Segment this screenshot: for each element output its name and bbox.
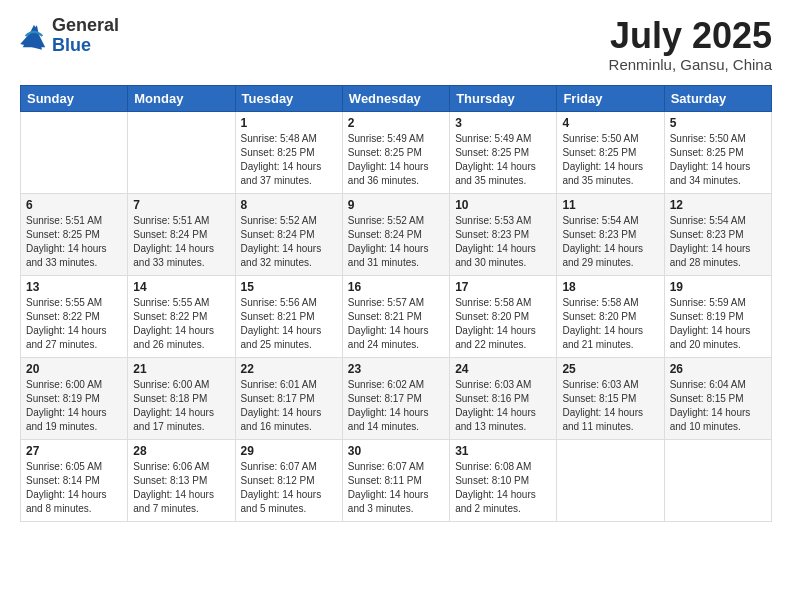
day-number: 17 [455, 280, 551, 294]
calendar-day-19: 19Sunrise: 5:59 AM Sunset: 8:19 PM Dayli… [664, 275, 771, 357]
calendar-empty-cell [664, 439, 771, 521]
day-info: Sunrise: 6:06 AM Sunset: 8:13 PM Dayligh… [133, 460, 229, 516]
month-title: July 2025 [609, 16, 772, 56]
day-info: Sunrise: 5:56 AM Sunset: 8:21 PM Dayligh… [241, 296, 337, 352]
day-info: Sunrise: 5:53 AM Sunset: 8:23 PM Dayligh… [455, 214, 551, 270]
day-info: Sunrise: 6:01 AM Sunset: 8:17 PM Dayligh… [241, 378, 337, 434]
calendar-day-22: 22Sunrise: 6:01 AM Sunset: 8:17 PM Dayli… [235, 357, 342, 439]
logo-blue: Blue [52, 36, 119, 56]
calendar-header-monday: Monday [128, 85, 235, 111]
calendar-day-30: 30Sunrise: 6:07 AM Sunset: 8:11 PM Dayli… [342, 439, 449, 521]
calendar-header-tuesday: Tuesday [235, 85, 342, 111]
calendar-week-3: 13Sunrise: 5:55 AM Sunset: 8:22 PM Dayli… [21, 275, 772, 357]
calendar-day-21: 21Sunrise: 6:00 AM Sunset: 8:18 PM Dayli… [128, 357, 235, 439]
day-number: 21 [133, 362, 229, 376]
calendar-day-17: 17Sunrise: 5:58 AM Sunset: 8:20 PM Dayli… [450, 275, 557, 357]
calendar-day-1: 1Sunrise: 5:48 AM Sunset: 8:25 PM Daylig… [235, 111, 342, 193]
calendar-day-3: 3Sunrise: 5:49 AM Sunset: 8:25 PM Daylig… [450, 111, 557, 193]
day-number: 14 [133, 280, 229, 294]
calendar-empty-cell [21, 111, 128, 193]
day-info: Sunrise: 5:51 AM Sunset: 8:24 PM Dayligh… [133, 214, 229, 270]
calendar-header-saturday: Saturday [664, 85, 771, 111]
day-number: 5 [670, 116, 766, 130]
calendar-day-4: 4Sunrise: 5:50 AM Sunset: 8:25 PM Daylig… [557, 111, 664, 193]
page: General Blue July 2025 Renminlu, Gansu, … [0, 0, 792, 612]
title-block: July 2025 Renminlu, Gansu, China [609, 16, 772, 73]
calendar-day-6: 6Sunrise: 5:51 AM Sunset: 8:25 PM Daylig… [21, 193, 128, 275]
day-number: 29 [241, 444, 337, 458]
day-number: 12 [670, 198, 766, 212]
day-number: 31 [455, 444, 551, 458]
calendar-day-11: 11Sunrise: 5:54 AM Sunset: 8:23 PM Dayli… [557, 193, 664, 275]
day-info: Sunrise: 5:52 AM Sunset: 8:24 PM Dayligh… [241, 214, 337, 270]
day-number: 28 [133, 444, 229, 458]
day-info: Sunrise: 6:07 AM Sunset: 8:11 PM Dayligh… [348, 460, 444, 516]
calendar-day-29: 29Sunrise: 6:07 AM Sunset: 8:12 PM Dayli… [235, 439, 342, 521]
day-info: Sunrise: 6:03 AM Sunset: 8:15 PM Dayligh… [562, 378, 658, 434]
day-info: Sunrise: 5:58 AM Sunset: 8:20 PM Dayligh… [455, 296, 551, 352]
calendar-day-25: 25Sunrise: 6:03 AM Sunset: 8:15 PM Dayli… [557, 357, 664, 439]
calendar-day-15: 15Sunrise: 5:56 AM Sunset: 8:21 PM Dayli… [235, 275, 342, 357]
day-number: 9 [348, 198, 444, 212]
day-info: Sunrise: 5:48 AM Sunset: 8:25 PM Dayligh… [241, 132, 337, 188]
day-info: Sunrise: 5:49 AM Sunset: 8:25 PM Dayligh… [455, 132, 551, 188]
day-number: 2 [348, 116, 444, 130]
calendar-header-sunday: Sunday [21, 85, 128, 111]
calendar-day-7: 7Sunrise: 5:51 AM Sunset: 8:24 PM Daylig… [128, 193, 235, 275]
calendar-week-1: 1Sunrise: 5:48 AM Sunset: 8:25 PM Daylig… [21, 111, 772, 193]
logo-general: General [52, 16, 119, 36]
calendar-day-12: 12Sunrise: 5:54 AM Sunset: 8:23 PM Dayli… [664, 193, 771, 275]
day-number: 3 [455, 116, 551, 130]
day-info: Sunrise: 5:59 AM Sunset: 8:19 PM Dayligh… [670, 296, 766, 352]
calendar-day-13: 13Sunrise: 5:55 AM Sunset: 8:22 PM Dayli… [21, 275, 128, 357]
calendar-day-8: 8Sunrise: 5:52 AM Sunset: 8:24 PM Daylig… [235, 193, 342, 275]
day-info: Sunrise: 5:54 AM Sunset: 8:23 PM Dayligh… [562, 214, 658, 270]
calendar-header-thursday: Thursday [450, 85, 557, 111]
day-number: 6 [26, 198, 122, 212]
day-info: Sunrise: 5:52 AM Sunset: 8:24 PM Dayligh… [348, 214, 444, 270]
day-info: Sunrise: 6:04 AM Sunset: 8:15 PM Dayligh… [670, 378, 766, 434]
day-number: 13 [26, 280, 122, 294]
calendar-day-9: 9Sunrise: 5:52 AM Sunset: 8:24 PM Daylig… [342, 193, 449, 275]
calendar-week-2: 6Sunrise: 5:51 AM Sunset: 8:25 PM Daylig… [21, 193, 772, 275]
day-info: Sunrise: 6:05 AM Sunset: 8:14 PM Dayligh… [26, 460, 122, 516]
day-number: 25 [562, 362, 658, 376]
calendar-day-27: 27Sunrise: 6:05 AM Sunset: 8:14 PM Dayli… [21, 439, 128, 521]
logo: General Blue [20, 16, 119, 56]
day-info: Sunrise: 5:55 AM Sunset: 8:22 PM Dayligh… [133, 296, 229, 352]
calendar-day-31: 31Sunrise: 6:08 AM Sunset: 8:10 PM Dayli… [450, 439, 557, 521]
day-number: 23 [348, 362, 444, 376]
calendar-empty-cell [557, 439, 664, 521]
day-number: 4 [562, 116, 658, 130]
calendar-day-28: 28Sunrise: 6:06 AM Sunset: 8:13 PM Dayli… [128, 439, 235, 521]
day-number: 18 [562, 280, 658, 294]
calendar-day-18: 18Sunrise: 5:58 AM Sunset: 8:20 PM Dayli… [557, 275, 664, 357]
calendar-day-20: 20Sunrise: 6:00 AM Sunset: 8:19 PM Dayli… [21, 357, 128, 439]
day-info: Sunrise: 5:49 AM Sunset: 8:25 PM Dayligh… [348, 132, 444, 188]
day-number: 27 [26, 444, 122, 458]
day-info: Sunrise: 6:03 AM Sunset: 8:16 PM Dayligh… [455, 378, 551, 434]
day-number: 8 [241, 198, 337, 212]
day-info: Sunrise: 6:00 AM Sunset: 8:19 PM Dayligh… [26, 378, 122, 434]
day-info: Sunrise: 6:08 AM Sunset: 8:10 PM Dayligh… [455, 460, 551, 516]
calendar-empty-cell [128, 111, 235, 193]
day-info: Sunrise: 5:58 AM Sunset: 8:20 PM Dayligh… [562, 296, 658, 352]
logo-icon [20, 22, 48, 50]
calendar-table: SundayMondayTuesdayWednesdayThursdayFrid… [20, 85, 772, 522]
day-info: Sunrise: 5:51 AM Sunset: 8:25 PM Dayligh… [26, 214, 122, 270]
day-number: 30 [348, 444, 444, 458]
day-number: 16 [348, 280, 444, 294]
day-number: 11 [562, 198, 658, 212]
day-number: 26 [670, 362, 766, 376]
day-info: Sunrise: 5:50 AM Sunset: 8:25 PM Dayligh… [562, 132, 658, 188]
day-info: Sunrise: 6:00 AM Sunset: 8:18 PM Dayligh… [133, 378, 229, 434]
calendar-day-24: 24Sunrise: 6:03 AM Sunset: 8:16 PM Dayli… [450, 357, 557, 439]
day-info: Sunrise: 6:02 AM Sunset: 8:17 PM Dayligh… [348, 378, 444, 434]
day-info: Sunrise: 6:07 AM Sunset: 8:12 PM Dayligh… [241, 460, 337, 516]
header: General Blue July 2025 Renminlu, Gansu, … [20, 16, 772, 73]
day-number: 19 [670, 280, 766, 294]
calendar-week-4: 20Sunrise: 6:00 AM Sunset: 8:19 PM Dayli… [21, 357, 772, 439]
calendar-day-5: 5Sunrise: 5:50 AM Sunset: 8:25 PM Daylig… [664, 111, 771, 193]
day-number: 15 [241, 280, 337, 294]
calendar-week-5: 27Sunrise: 6:05 AM Sunset: 8:14 PM Dayli… [21, 439, 772, 521]
